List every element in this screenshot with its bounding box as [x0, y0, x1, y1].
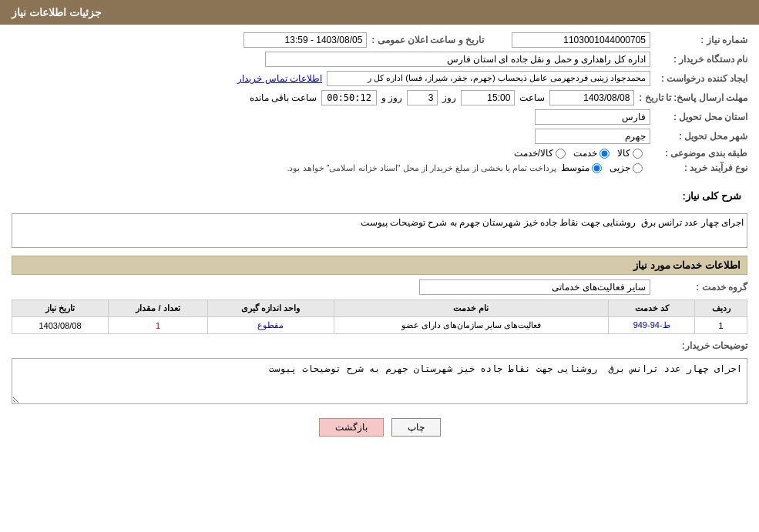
ijadKonande-label: ایجاد کننده درخواست :	[655, 73, 747, 84]
radio-kala: کالا	[617, 148, 643, 159]
sharh-section-title: شرح کلی نیاز:	[676, 187, 747, 205]
th-unit: واحد اندازه گیری	[207, 300, 334, 317]
groupeKhedmat-label: گروه خدمت :	[655, 282, 747, 293]
ostan-label: استان محل تحویل :	[655, 112, 747, 122]
cell-code: ط-94-949	[609, 317, 695, 334]
th-code: کد خدمت	[609, 300, 695, 317]
radio-motevasset-label: متوسط	[561, 162, 589, 173]
row-shahr: شهر محل تحویل : جهرم	[12, 129, 747, 144]
cell-unit: مقطوع	[207, 317, 334, 334]
cell-radif: 1	[695, 317, 747, 334]
radio-khedmat: خدمت	[573, 148, 610, 159]
taarikheElam-label: تاریخ و ساعت اعلان عمومی :	[371, 35, 484, 45]
row-sharh-title: شرح کلی نیاز:	[12, 179, 747, 209]
radio-kala-label: کالا	[617, 148, 630, 159]
buyer-desc-container	[12, 355, 747, 407]
radio-kala-input[interactable]	[633, 149, 643, 159]
mohlat-remaining: 00:50:12	[321, 90, 377, 105]
mohlat-remaining-label: روز و	[381, 92, 402, 103]
radio-jozi-label: جزیی	[610, 162, 630, 173]
shomareNiaz-label: شماره نیاز :	[655, 35, 747, 45]
groupeKhedmat-value: سایر فعالیت‌های خدماتی	[419, 279, 650, 295]
page-wrapper: جزئیات اطلاعات نیاز شماره نیاز : 1103001…	[0, 0, 759, 532]
th-radif: ردیف	[695, 300, 747, 317]
row-namDastgah: نام دستگاه خریدار : اداره کل راهداری و ح…	[12, 52, 747, 67]
mohlat-remaining-suffix: ساعت باقی مانده	[250, 92, 317, 103]
mohlat-days: 3	[407, 90, 438, 105]
main-content: شماره نیاز : 1103001044000705 تاریخ و سا…	[0, 25, 759, 456]
ijadKonande-link[interactable]: اطلاعات تماس خریدار	[237, 73, 322, 84]
taarikheElam-value: 1403/08/05 - 13:59	[243, 32, 367, 48]
radio-khedmat-input[interactable]	[599, 149, 610, 159]
mohlat-days-label: روز	[442, 92, 456, 103]
table-row: 1 ط-94-949 فعالیت‌های سایر سازمان‌های دا…	[12, 317, 747, 334]
row-group-khedmat: گروه خدمت : سایر فعالیت‌های خدماتی	[12, 279, 747, 295]
row-sharh	[12, 213, 747, 248]
table-header-row: ردیف کد خدمت نام خدمت واحد اندازه گیری ت…	[12, 300, 747, 317]
radio-khedmat-label: خدمت	[573, 148, 597, 159]
ijadKonande-value: محمدجواد زینبی فردجهرمی عامل ذیحساب (جهر…	[327, 71, 650, 86]
farayand-label: نوع فرآیند خرید :	[655, 162, 747, 173]
row-shomareNiaz: شماره نیاز : 1103001044000705 تاریخ و سا…	[12, 32, 747, 48]
th-date: تاریخ نیاز	[12, 300, 109, 317]
namDastgah-label: نام دستگاه خریدار :	[655, 54, 747, 65]
row-tozihat-label: توضیحات خریدار:	[12, 340, 747, 351]
shomareNiaz-value: 1103001044000705	[512, 32, 650, 48]
mohlat-time-label: ساعت	[519, 92, 545, 103]
radio-motevasset: متوسط	[561, 162, 602, 173]
back-button[interactable]: بازگشت	[319, 418, 384, 437]
row-farayand: نوع فرآیند خرید : جزیی متوسط پرداخت تمام…	[12, 162, 747, 173]
shahr-label: شهر محل تحویل :	[655, 131, 747, 142]
tozihat-textarea[interactable]	[12, 358, 747, 404]
services-table: ردیف کد خدمت نام خدمت واحد اندازه گیری ت…	[12, 299, 747, 334]
row-tabaqe: طبقه بندی موضوعی : کالا خدمت کالا/خدمت	[12, 148, 747, 159]
btn-row: چاپ بازگشت	[12, 418, 747, 437]
radio-jozi: جزیی	[610, 162, 643, 173]
tabaqe-radio-group: کالا خدمت کالا/خدمت	[514, 148, 643, 159]
page-title: جزئیات اطلاعات نیاز	[12, 6, 102, 18]
sharh-textarea[interactable]	[12, 213, 747, 248]
tozihat-label: توضیحات خریدار:	[655, 340, 747, 351]
namDastgah-value: اداره کل راهداری و حمل و نقل جاده ای است…	[265, 52, 650, 67]
row-mohlat: مهلت ارسال پاسخ: تا تاریخ : 1403/08/08 س…	[12, 90, 747, 105]
shahr-value: جهرم	[535, 129, 650, 144]
mohlat-label: مهلت ارسال پاسخ: تا تاریخ :	[639, 92, 747, 103]
radio-motevasset-input[interactable]	[592, 163, 602, 173]
ostan-value: فارس	[535, 109, 650, 125]
row-ijadKonande: ایجاد کننده درخواست : محمدجواد زینبی فرد…	[12, 71, 747, 86]
farayand-radio-group: جزیی متوسط	[561, 162, 643, 173]
radio-kala-khedmat: کالا/خدمت	[514, 148, 566, 159]
cell-name: فعالیت‌های سایر سازمان‌های دارای عضو	[334, 317, 609, 334]
page-header: جزئیات اطلاعات نیاز	[0, 0, 759, 25]
th-name: نام خدمت	[334, 300, 609, 317]
cell-date: 1403/08/08	[12, 317, 109, 334]
farayand-description: پرداخت تمام یا بخشی از مبلغ خریدار از مح…	[287, 163, 556, 173]
mohlat-time: 15:00	[461, 90, 515, 105]
mohlat-date: 1403/08/08	[549, 90, 634, 105]
tabaqe-label: طبقه بندی موضوعی :	[655, 148, 747, 159]
row-ostan: استان محل تحویل : فارس	[12, 109, 747, 125]
th-quantity: تعداد / مقدار	[109, 300, 208, 317]
radio-jozi-input[interactable]	[633, 163, 643, 173]
print-button[interactable]: چاپ	[391, 418, 441, 437]
services-section-title: اطلاعات خدمات مورد نیاز	[12, 256, 747, 275]
radio-kala-khedmat-input[interactable]	[556, 149, 566, 159]
radio-kala-khedmat-label: کالا/خدمت	[514, 148, 553, 159]
cell-quantity: 1	[109, 317, 208, 334]
